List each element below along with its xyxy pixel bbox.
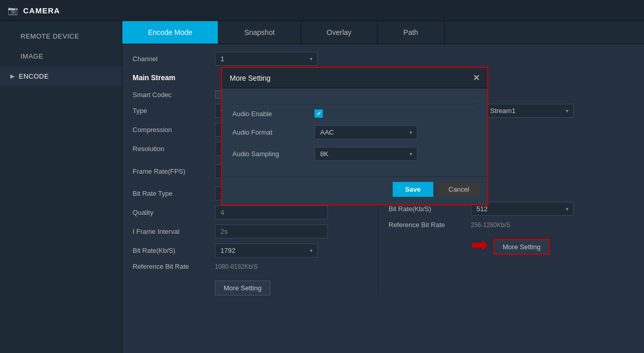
- more-setting-modal: More Setting ✕ Audio Enable Audio Format…: [221, 67, 488, 206]
- modal-save-button[interactable]: Save: [393, 182, 433, 197]
- main-layout: REMOTE DEVICE IMAGE ▶ ENCODE Encode Mode…: [0, 21, 644, 353]
- resolution-label: Resolution: [133, 145, 215, 153]
- modal-cancel-button[interactable]: Cancel: [438, 182, 480, 197]
- quality-row: Quality: [133, 206, 378, 219]
- main-bitrate-row: Bit Rate(Kb/S) 1792: [133, 244, 378, 257]
- audio-enable-checkbox[interactable]: [315, 109, 323, 118]
- bit-rate-type-label: Bit Rate Type: [133, 190, 215, 197]
- tab-overlay[interactable]: Overlay: [301, 21, 378, 44]
- audio-sampling-select-wrapper[interactable]: 8K: [315, 147, 417, 161]
- modal-close-button[interactable]: ✕: [473, 73, 480, 83]
- modal-footer: Save Cancel: [222, 176, 487, 205]
- sidebar-item-remote-device[interactable]: REMOTE DEVICE: [0, 26, 122, 46]
- main-ref-bitrate-value: 1080-8192Kb/S: [215, 263, 257, 270]
- tab-bar: Encode Mode Snapshot Overlay Path: [122, 21, 644, 44]
- sidebar: REMOTE DEVICE IMAGE ▶ ENCODE: [0, 21, 122, 353]
- tab-snapshot[interactable]: Snapshot: [218, 21, 301, 44]
- channel-label: Channel: [133, 55, 215, 63]
- main-bitrate-select[interactable]: 1792: [215, 244, 318, 257]
- main-more-setting-button[interactable]: More Setting: [215, 281, 270, 295]
- i-frame-interval-row: I Frame Interval: [133, 225, 378, 238]
- red-arrow-2: ➡: [471, 234, 488, 255]
- sub-more-setting-button[interactable]: More Setting: [493, 239, 550, 255]
- channel-select[interactable]: 1: [215, 52, 318, 66]
- audio-format-select-wrapper[interactable]: AAC: [315, 125, 417, 139]
- audio-enable-row: Audio Enable: [232, 109, 477, 118]
- main-more-setting-container: More Setting: [215, 275, 378, 295]
- audio-format-label: Audio Format: [232, 128, 315, 136]
- sub-ref-bitrate-value: 256-1280Kb/S: [471, 221, 510, 229]
- i-frame-interval-label: I Frame Interval: [133, 228, 215, 235]
- sidebar-item-encode[interactable]: ▶ ENCODE: [0, 66, 122, 86]
- frame-rate-label: Frame Rate(FPS): [133, 168, 215, 175]
- modal-divider-1: [232, 104, 477, 104]
- app-title: CAMERA: [23, 6, 60, 15]
- main-bitrate-label: Bit Rate(Kb/S): [133, 247, 215, 254]
- sub-ref-bitrate-label: Reference Bit Rate: [389, 221, 471, 229]
- quality-input[interactable]: [215, 206, 328, 219]
- modal-header: More Setting ✕: [222, 68, 487, 88]
- type-label: Type: [133, 107, 215, 115]
- channel-select-wrapper[interactable]: 1: [215, 52, 318, 66]
- modal-title: More Setting: [230, 74, 270, 82]
- channel-row: Channel 1: [133, 52, 634, 66]
- sub-more-setting-container: ➡ More Setting: [471, 234, 634, 255]
- tab-path[interactable]: Path: [378, 21, 445, 44]
- camera-icon: 📷: [8, 6, 18, 15]
- compression-label: Compression: [133, 126, 215, 134]
- quality-label: Quality: [133, 209, 215, 216]
- main-ref-bitrate-label: Reference Bit Rate: [133, 263, 215, 270]
- main-bitrate-select-wrapper[interactable]: 1792: [215, 244, 318, 257]
- sub-ref-bitrate-row: Reference Bit Rate 256-1280Kb/S: [389, 221, 634, 229]
- i-frame-interval-input[interactable]: [215, 225, 328, 238]
- audio-format-select[interactable]: AAC: [315, 125, 417, 139]
- chevron-icon: ▶: [10, 73, 15, 80]
- tab-encode-mode[interactable]: Encode Mode: [122, 21, 218, 44]
- audio-sampling-label: Audio Sampling: [232, 150, 315, 158]
- app-header: 📷 CAMERA: [0, 0, 644, 21]
- audio-enable-label: Audio Enable: [232, 110, 315, 118]
- sub-bitrate-label: Bit Rate(Kb/S): [389, 205, 471, 213]
- main-ref-bitrate-row: Reference Bit Rate 1080-8192Kb/S: [133, 263, 378, 270]
- audio-sampling-select[interactable]: 8K: [315, 147, 417, 161]
- audio-sampling-row: Audio Sampling 8K: [232, 147, 477, 161]
- sidebar-item-image[interactable]: IMAGE: [0, 46, 122, 66]
- audio-format-row: Audio Format AAC: [232, 125, 477, 139]
- smart-codec-label: Smart Codec: [133, 91, 215, 99]
- modal-body: Audio Enable Audio Format AAC Audio Samp…: [222, 88, 487, 176]
- main-content: Encode Mode Snapshot Overlay Path Channe…: [122, 21, 644, 353]
